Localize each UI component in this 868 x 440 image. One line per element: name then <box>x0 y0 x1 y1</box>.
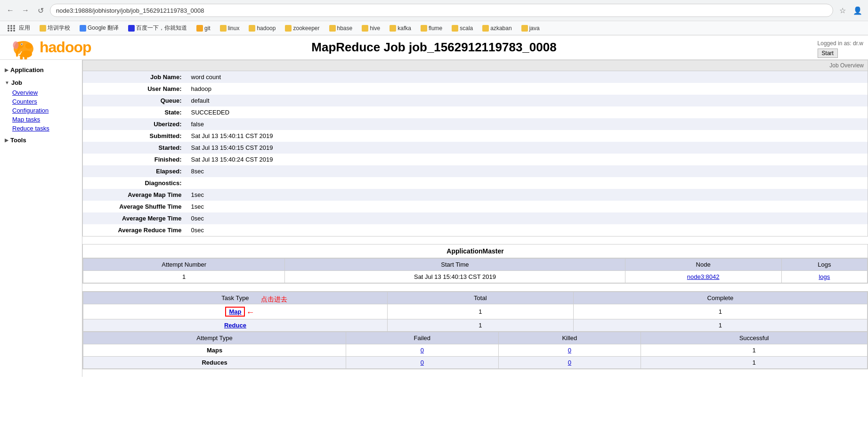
bookmark-java[interactable]: java <box>519 24 543 33</box>
col-killed: Killed <box>498 332 641 344</box>
svg-rect-8 <box>24 55 27 59</box>
col-successful: Successful <box>641 332 868 344</box>
sidebar: ▶ Application ▼ Job Overview Counters Co… <box>0 60 82 377</box>
overview-value-cell: Sat Jul 13 15:40:15 CST 2019 <box>187 142 868 154</box>
sidebar-link-overview[interactable]: Overview <box>8 88 82 97</box>
header-right: Logged in as: dr.w Start <box>818 40 863 58</box>
overview-value-cell: word count <box>187 71 868 83</box>
reduce-link[interactable]: Reduce <box>224 322 246 329</box>
sidebar-link-counters[interactable]: Counters <box>8 97 82 106</box>
svg-rect-7 <box>20 55 23 59</box>
table-row: 1 Sat Jul 13 15:40:13 CST 2019 node3:804… <box>83 271 868 283</box>
sidebar-link-map-tasks[interactable]: Map tasks <box>8 115 82 124</box>
col-attempt-type: Attempt Type <box>83 332 346 344</box>
start-button[interactable]: Start <box>818 49 838 58</box>
reduce-type-cell: Reduce <box>83 319 388 332</box>
sidebar-application-header[interactable]: ▶ Application <box>0 65 82 75</box>
apps-grid-icon[interactable]: 应用 <box>5 23 33 33</box>
overview-value-cell: 0sec <box>187 224 868 236</box>
table-row-reduce: Reduce 1 1 <box>83 319 868 332</box>
maps-failed-link[interactable]: 0 <box>421 347 424 354</box>
browser-chrome: ← → ↺ ☆ 👤 应用 培训学校 Google 翻译 百度一下，你就知道 <box>0 0 868 35</box>
bookmark-linux[interactable]: linux <box>217 24 243 33</box>
application-master-title: ApplicationMaster <box>83 244 868 258</box>
overview-value-cell: 1sec <box>187 189 868 201</box>
overview-label-cell: Average Shuffle Time <box>83 201 187 212</box>
application-master-section: ApplicationMaster Attempt Number Start T… <box>82 244 868 284</box>
job-arrow-icon: ▼ <box>5 80 9 85</box>
attempt-number-cell: 1 <box>83 271 285 283</box>
maps-failed-cell: 0 <box>346 344 498 357</box>
job-overview-caption: Job Overview <box>82 60 868 71</box>
maps-type-cell: Maps <box>83 344 346 357</box>
sidebar-link-reduce-tasks[interactable]: Reduce tasks <box>8 124 82 133</box>
overview-value-cell: default <box>187 95 868 106</box>
bookmark-peixun[interactable]: 培训学校 <box>37 23 73 33</box>
reduces-killed-cell: 0 <box>498 357 641 369</box>
bookmark-icon[interactable]: ☆ <box>837 5 848 16</box>
table-row-maps: Maps 0 0 1 <box>83 344 868 357</box>
sidebar-application-label: Application <box>10 66 44 73</box>
bookmark-hive[interactable]: hive <box>359 24 383 33</box>
hadoop-logo-text: hadoop <box>40 39 91 56</box>
table-row: Uberized:false <box>83 118 868 130</box>
bookmark-zookeeper[interactable]: zookeeper <box>282 24 322 33</box>
overview-value-cell: Sat Jul 13 15:40:11 CST 2019 <box>187 130 868 142</box>
forward-button[interactable]: → <box>20 5 31 16</box>
col-logs: Logs <box>781 259 867 271</box>
maps-killed-link[interactable]: 0 <box>568 347 571 354</box>
bookmark-kafka[interactable]: kafka <box>387 24 414 33</box>
bookmark-baidu[interactable]: 百度一下，你就知道 <box>125 23 190 33</box>
application-arrow-icon: ▶ <box>5 67 8 73</box>
main-content: Job Overview Job Name:word countUser Nam… <box>82 60 868 377</box>
sidebar-job-header[interactable]: ▼ Job <box>0 77 82 88</box>
job-overview-table: Job Overview Job Name:word countUser Nam… <box>82 60 868 236</box>
reduces-successful-cell: 1 <box>641 357 868 369</box>
bookmark-azkaban[interactable]: azkaban <box>479 24 514 33</box>
table-row: Elapsed:8sec <box>83 165 868 177</box>
overview-label-cell: Elapsed: <box>83 165 187 177</box>
reload-button[interactable]: ↺ <box>35 5 46 16</box>
table-row: State:SUCCEEDED <box>83 106 868 118</box>
overview-value-cell: 8sec <box>187 165 868 177</box>
reduce-total-cell: 1 <box>387 319 573 332</box>
sidebar-link-configuration[interactable]: Configuration <box>8 106 82 115</box>
table-row: Average Shuffle Time1sec <box>83 201 868 212</box>
svg-point-2 <box>25 43 32 49</box>
reduces-killed-link[interactable]: 0 <box>568 359 571 366</box>
map-link[interactable]: Map <box>225 307 245 317</box>
task-section: Task Type Total Complete 点击进去 ← Map <box>82 291 868 369</box>
sidebar-job-links: Overview Counters Configuration Map task… <box>0 88 82 133</box>
overview-value-cell: false <box>187 118 868 130</box>
logs-link[interactable]: logs <box>819 273 830 280</box>
bookmark-flume[interactable]: flume <box>418 24 445 33</box>
reduces-type-cell: Reduces <box>83 357 346 369</box>
col-complete: Complete <box>573 292 867 304</box>
overview-value-cell: 1sec <box>187 201 868 212</box>
maps-successful-cell: 1 <box>641 344 868 357</box>
bookmark-git[interactable]: git <box>194 24 213 33</box>
back-button[interactable]: ← <box>5 5 16 16</box>
overview-label-cell: Uberized: <box>83 118 187 130</box>
overview-label-cell: State: <box>83 106 187 118</box>
bookmark-hadoop[interactable]: hadoop <box>246 24 278 33</box>
bookmark-google[interactable]: Google 翻译 <box>77 23 122 33</box>
table-row: Job Name:word count <box>83 71 868 83</box>
sidebar-tools-header[interactable]: ▶ Tools <box>0 135 82 146</box>
logs-cell: logs <box>781 271 867 283</box>
table-row: Diagnostics: <box>83 177 868 189</box>
node-cell: node3:8042 <box>625 271 781 283</box>
reduces-failed-link[interactable]: 0 <box>421 359 424 366</box>
logged-in-text: Logged in as: dr.w <box>818 40 863 47</box>
table-row: Average Map Time1sec <box>83 189 868 201</box>
elephant-logo <box>9 34 38 60</box>
overview-label-cell: User Name: <box>83 83 187 95</box>
profile-icon[interactable]: 👤 <box>852 5 863 16</box>
reduces-failed-cell: 0 <box>346 357 498 369</box>
node-link[interactable]: node3:8042 <box>687 273 720 280</box>
bookmark-hbase[interactable]: hbase <box>326 24 356 33</box>
bookmark-scala[interactable]: scala <box>449 24 476 33</box>
sidebar-section-tools: ▶ Tools <box>0 135 82 146</box>
col-attempt-number: Attempt Number <box>83 259 285 271</box>
address-bar[interactable] <box>50 4 833 17</box>
